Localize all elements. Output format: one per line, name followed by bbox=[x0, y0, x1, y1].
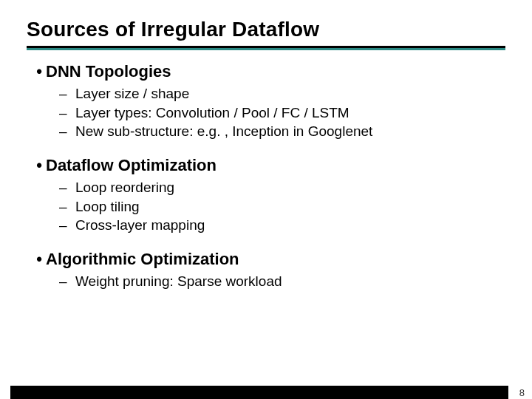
item-text: Cross-layer mapping bbox=[75, 216, 205, 235]
item-text: New sub-structure: e.g. , Inception in G… bbox=[75, 122, 372, 141]
section-algorithmic-optimization: • Algorithmic Optimization – Weight prun… bbox=[33, 250, 505, 291]
page-number: 8 bbox=[519, 387, 525, 398]
list-item: – Layer size / shape bbox=[59, 84, 505, 103]
footer-bar bbox=[10, 386, 508, 399]
slide: Sources of Irregular Dataflow • DNN Topo… bbox=[0, 0, 532, 399]
item-text: Layer types: Convolution / Pool / FC / L… bbox=[75, 103, 349, 123]
list-item: – Weight pruning: Sparse workload bbox=[59, 272, 505, 291]
section-dnn-topologies: • DNN Topologies – Layer size / shape – … bbox=[33, 62, 505, 141]
sub-list: – Layer size / shape – Layer types: Conv… bbox=[33, 84, 505, 141]
bullet-heading: • DNN Topologies bbox=[33, 62, 505, 81]
slide-content: • DNN Topologies – Layer size / shape – … bbox=[27, 62, 505, 290]
bullet-dot-icon: • bbox=[33, 156, 46, 175]
slide-footer: 8 bbox=[0, 386, 532, 399]
list-item: – Cross-layer mapping bbox=[59, 216, 505, 235]
list-item: – Loop tiling bbox=[59, 197, 505, 216]
item-text: Loop reordering bbox=[75, 178, 174, 197]
dash-icon: – bbox=[59, 122, 75, 141]
heading-text: Algorithmic Optimization bbox=[46, 250, 239, 269]
section-dataflow-optimization: • Dataflow Optimization – Loop reorderin… bbox=[33, 156, 505, 235]
bullet-heading: • Dataflow Optimization bbox=[33, 156, 505, 175]
bullet-dot-icon: • bbox=[33, 62, 46, 81]
dash-icon: – bbox=[59, 84, 75, 103]
dash-icon: – bbox=[59, 272, 75, 291]
bullet-heading: • Algorithmic Optimization bbox=[33, 250, 505, 269]
slide-title: Sources of Irregular Dataflow bbox=[27, 18, 505, 41]
dash-icon: – bbox=[59, 103, 75, 123]
heading-text: DNN Topologies bbox=[46, 62, 171, 81]
sub-list: – Loop reordering – Loop tiling – Cross-… bbox=[33, 178, 505, 235]
heading-text: Dataflow Optimization bbox=[46, 156, 216, 175]
list-item: – Layer types: Convolution / Pool / FC /… bbox=[59, 103, 505, 123]
title-divider bbox=[27, 46, 505, 50]
dash-icon: – bbox=[59, 216, 75, 235]
bullet-dot-icon: • bbox=[33, 250, 46, 269]
list-item: – Loop reordering bbox=[59, 178, 505, 197]
item-text: Loop tiling bbox=[75, 197, 140, 216]
dash-icon: – bbox=[59, 197, 75, 216]
item-text: Layer size / shape bbox=[75, 84, 189, 103]
sub-list: – Weight pruning: Sparse workload bbox=[33, 272, 505, 291]
list-item: – New sub-structure: e.g. , Inception in… bbox=[59, 122, 505, 141]
item-text: Weight pruning: Sparse workload bbox=[75, 272, 282, 291]
dash-icon: – bbox=[59, 178, 75, 197]
